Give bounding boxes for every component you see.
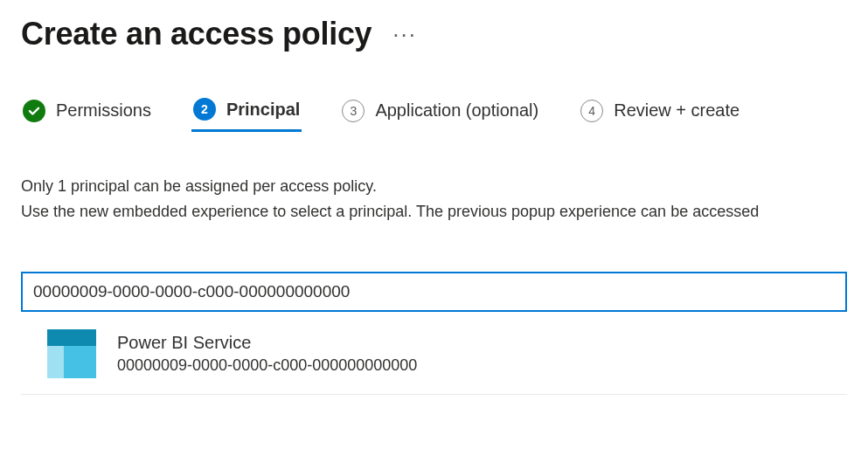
- principal-description: Only 1 principal can be assigned per acc…: [21, 174, 847, 224]
- svg-rect-1: [47, 329, 96, 346]
- tab-application-label: Application (optional): [375, 100, 538, 121]
- step-3-badge: 3: [342, 100, 365, 122]
- powerbi-service-icon: [47, 329, 96, 378]
- description-line-2: Use the new embedded experience to selec…: [21, 199, 847, 224]
- search-result-text: Power BI Service 00000009-0000-0000-c000…: [117, 333, 417, 375]
- tab-permissions-label: Permissions: [56, 100, 151, 121]
- page-title: Create an access policy: [21, 16, 372, 52]
- description-line-1: Only 1 principal can be assigned per acc…: [21, 174, 847, 199]
- principal-search-input[interactable]: [21, 272, 847, 312]
- tab-review[interactable]: 4 Review + create: [579, 94, 741, 132]
- tab-principal[interactable]: 2 Principal: [191, 94, 302, 132]
- more-actions-icon[interactable]: ···: [392, 23, 417, 45]
- wizard-tabs: Permissions 2 Principal 3 Application (o…: [21, 94, 847, 132]
- check-circle-icon: [23, 100, 45, 122]
- step-4-badge: 4: [580, 100, 603, 122]
- tab-permissions[interactable]: Permissions: [21, 94, 153, 132]
- step-2-badge: 2: [193, 98, 216, 121]
- page-header: Create an access policy ···: [21, 16, 847, 52]
- tab-review-label: Review + create: [614, 100, 740, 121]
- tab-principal-label: Principal: [226, 100, 300, 120]
- search-result-item[interactable]: Power BI Service 00000009-0000-0000-c000…: [21, 312, 847, 395]
- tab-application[interactable]: 3 Application (optional): [340, 94, 540, 132]
- svg-rect-2: [47, 346, 64, 378]
- search-result-id: 00000009-0000-0000-c000-000000000000: [117, 356, 417, 375]
- search-result-name: Power BI Service: [117, 333, 417, 353]
